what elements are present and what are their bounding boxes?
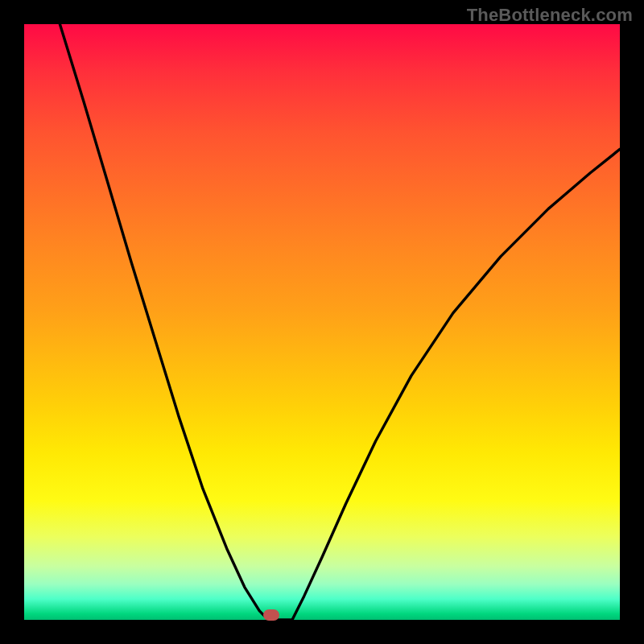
valley-marker [263, 609, 279, 621]
bottleneck-curve [60, 24, 620, 620]
curve-svg [24, 24, 620, 620]
watermark-text: TheBottleneck.com [467, 5, 633, 26]
plot-area [24, 24, 620, 620]
chart-container: TheBottleneck.com [0, 0, 644, 644]
